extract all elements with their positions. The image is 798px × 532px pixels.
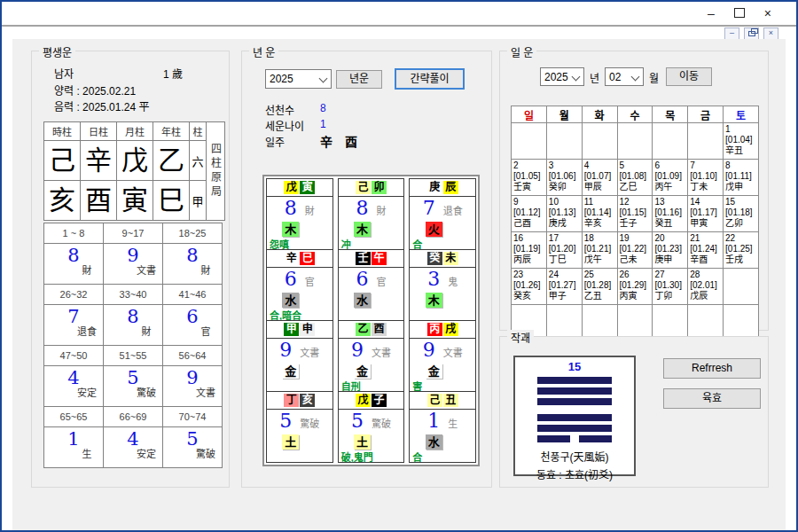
year-grid-cell: 戊寅8財木怨嗔 bbox=[266, 178, 333, 250]
mdi-restore-button[interactable] bbox=[744, 27, 759, 40]
branch-char: 亥 bbox=[300, 394, 315, 407]
year-fortune-grid: 戊寅8財木怨嗔己卯8財木冲庚辰7退食火合辛巳6官水合,暗合壬午6官水癸未3鬼木甲… bbox=[262, 175, 480, 466]
hexagram-line bbox=[537, 435, 612, 442]
year-run-button[interactable]: 년운 bbox=[336, 70, 382, 89]
calendar-day-cell[interactable]: 22[01.25]壬戌 bbox=[724, 232, 759, 269]
fortune-tag: 生 bbox=[448, 419, 458, 429]
element-char: 木 bbox=[426, 293, 442, 308]
branch-char: 寅 bbox=[300, 181, 315, 194]
calendar-day-cell[interactable]: 21[01.24]辛酉 bbox=[688, 232, 724, 269]
stem-char: 壬 bbox=[356, 252, 371, 265]
age-range-cell: 1 ~ 8 bbox=[44, 223, 104, 244]
calendar-day-cell bbox=[688, 123, 724, 160]
branch-char: 酉 bbox=[372, 323, 387, 336]
pillar-side: 六 bbox=[190, 141, 207, 181]
calendar-day-cell[interactable]: 7[01.10]丁未 bbox=[688, 160, 724, 196]
calendar-day-cell[interactable]: 6[01.09]丙午 bbox=[653, 160, 688, 196]
go-button[interactable]: 이동 bbox=[666, 67, 712, 86]
maximize-icon bbox=[734, 8, 745, 18]
calendar-day-cell[interactable]: 12[01.15]壬子 bbox=[617, 196, 653, 232]
fortune-number: 8 bbox=[285, 197, 297, 219]
calendar-day-cell[interactable]: 18[01.21]戊午 bbox=[582, 232, 617, 269]
pillar-header: 年柱 bbox=[153, 122, 190, 141]
brief-reading-button[interactable]: 간략풀이 bbox=[395, 68, 465, 90]
calendar-day-cell[interactable]: 25[01.28]乙丑 bbox=[582, 269, 617, 305]
calendar-day-cell[interactable]: 19[01.22]己未 bbox=[617, 232, 653, 269]
calendar-day-cell[interactable]: 9[01.12]己酉 bbox=[512, 196, 547, 232]
calendar-day-cell[interactable]: 23[01.26]癸亥 bbox=[512, 269, 547, 305]
refresh-button[interactable]: Refrresh bbox=[663, 358, 761, 379]
element-char: 木 bbox=[282, 222, 299, 237]
calendar-day-cell[interactable]: 15[01.18]乙卯 bbox=[724, 196, 759, 232]
age-range-cell: 65~65 bbox=[44, 407, 104, 427]
branch-char: 子 bbox=[372, 394, 387, 407]
calendar-day-cell[interactable]: 11[01.14]辛亥 bbox=[582, 196, 617, 232]
pillar-branch: 寅 bbox=[117, 181, 153, 221]
stem-char: 癸 bbox=[427, 252, 442, 265]
fortune-value-cell: 4安定 bbox=[44, 366, 104, 407]
hexagram-card: 15 천풍구(天風姤) 동효 : 초효(初爻) bbox=[513, 356, 636, 476]
solar-date: 양력 : 2025.02.21 bbox=[54, 82, 136, 98]
yukyo-button[interactable]: 육효 bbox=[663, 388, 761, 409]
branch-char: 申 bbox=[300, 323, 315, 336]
window-minimize-button[interactable]: – bbox=[708, 6, 715, 20]
weekday-header: 화 bbox=[582, 106, 617, 123]
mdi-close-button[interactable]: × bbox=[763, 27, 778, 40]
calendar-day-cell[interactable]: 14[01.17]甲寅 bbox=[688, 196, 724, 232]
calendar-day-cell[interactable]: 26[01.29]丙寅 bbox=[617, 269, 653, 305]
fortune-number: 5 bbox=[279, 410, 292, 432]
stem-char: 戊 bbox=[356, 394, 371, 407]
calendar-year-select[interactable]: 2025 bbox=[540, 67, 584, 86]
hexagram-lines bbox=[515, 377, 634, 442]
stem-char: 辛 bbox=[284, 252, 299, 265]
calendar-day-cell[interactable]: 13[01.16]癸丑 bbox=[653, 196, 688, 232]
calendar-day-cell[interactable]: 5[01.08]乙巳 bbox=[617, 160, 653, 196]
mdi-bar: – × bbox=[2, 27, 796, 39]
weekday-header: 토 bbox=[724, 106, 759, 123]
element-char: 金 bbox=[282, 364, 299, 379]
fortune-tag: 驚破 bbox=[372, 419, 391, 429]
stem-char: 甲 bbox=[284, 323, 299, 336]
calendar-day-cell[interactable]: 17[01.20]丁巳 bbox=[546, 232, 582, 269]
branch-char: 巳 bbox=[300, 252, 315, 265]
fortune-number: 5 bbox=[351, 410, 364, 432]
field-label: 세운나이 bbox=[265, 118, 304, 133]
calendar-day-cell[interactable]: 28[02.01]戊辰 bbox=[688, 269, 724, 305]
fortune-value-cell: 8財 bbox=[44, 244, 104, 285]
calendar-month-select[interactable]: 02 bbox=[605, 67, 644, 86]
relation-label: 破,鬼門 bbox=[341, 450, 373, 464]
year-grid-cell: 己卯8財木冲 bbox=[338, 178, 405, 250]
element-char: 土 bbox=[354, 434, 371, 450]
yearly-panel-title: 년 운 bbox=[249, 44, 278, 59]
calendar-day-cell[interactable]: 4[01.07]甲辰 bbox=[582, 160, 617, 196]
calendar-day-cell[interactable]: 3[01.06]癸卯 bbox=[546, 160, 582, 196]
year-select[interactable]: 2025 bbox=[265, 69, 332, 89]
element-char: 金 bbox=[426, 364, 442, 379]
daily-calendar: 일월화수목금토 1[01.04]辛丑2[01.05]壬寅3[01.06]癸卯4[… bbox=[511, 106, 759, 341]
pillar-branch: 亥 bbox=[44, 181, 81, 221]
fortune-value-cell: 1生 bbox=[44, 427, 104, 468]
calendar-day-cell[interactable]: 16[01.19]丙辰 bbox=[512, 232, 547, 269]
calendar-day-cell[interactable]: 27[01.30]丁卯 bbox=[653, 269, 688, 305]
calendar-day-cell[interactable]: 20[01.23]庚申 bbox=[653, 232, 688, 269]
window-maximize-button[interactable] bbox=[734, 5, 745, 20]
app-window: – × – × 평생운 남자 1 歲 양력 : 2025.02.21 음력 : … bbox=[0, 0, 798, 532]
fortune-number: 9 bbox=[279, 339, 292, 361]
calendar-day-cell[interactable]: 2[01.05]壬寅 bbox=[512, 160, 547, 196]
lifetime-fortune-panel: 평생운 남자 1 歲 양력 : 2025.02.21 음력 : 2025.01.… bbox=[31, 51, 230, 488]
element-char: 水 bbox=[354, 293, 371, 308]
calendar-day-cell[interactable]: 8[01.11]戊申 bbox=[724, 160, 759, 196]
calendar-day-cell[interactable]: 10[01.13]庚戌 bbox=[546, 196, 582, 232]
window-close-button[interactable]: × bbox=[764, 6, 771, 20]
weekday-header: 목 bbox=[653, 106, 688, 123]
weekday-header: 수 bbox=[617, 106, 653, 123]
weekday-header: 월 bbox=[546, 106, 582, 123]
mdi-minimize-button[interactable]: – bbox=[724, 27, 739, 40]
year-grid-cell: 辛巳6官水合,暗合 bbox=[266, 249, 333, 321]
branch-char: 未 bbox=[443, 252, 458, 265]
element-char: 木 bbox=[354, 222, 371, 237]
year-grid-cell: 己丑1生水合 bbox=[409, 391, 476, 463]
fortune-tag: 文書 bbox=[443, 348, 463, 358]
calendar-day-cell[interactable]: 24[01.27]甲子 bbox=[546, 269, 582, 305]
calendar-day-cell[interactable]: 1[01.04]辛丑 bbox=[724, 123, 759, 160]
